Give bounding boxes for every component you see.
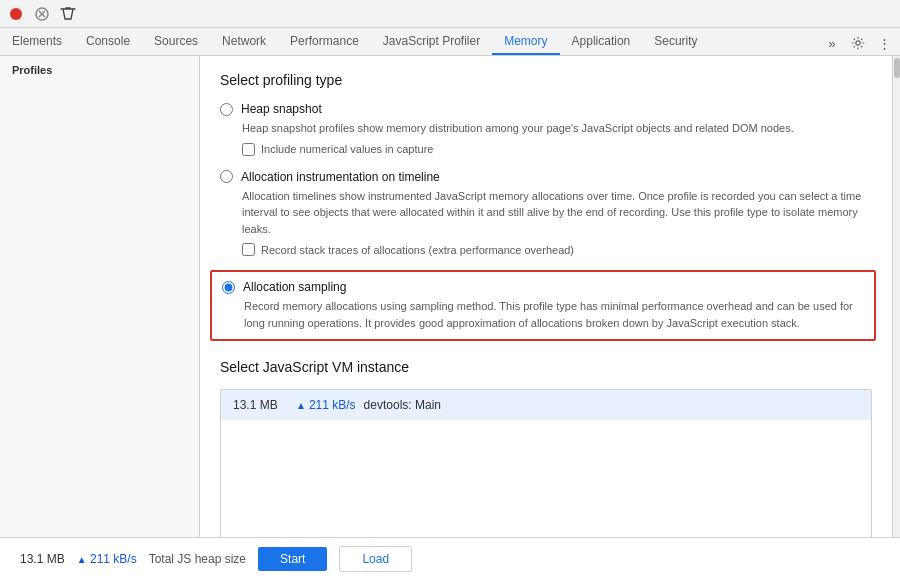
heap-snapshot-header: Heap snapshot xyxy=(220,102,872,116)
tab-console[interactable]: Console xyxy=(74,28,142,55)
include-numerical-label[interactable]: Include numerical values in capture xyxy=(261,143,433,155)
heap-snapshot-option: Heap snapshot Heap snapshot profiles sho… xyxy=(220,102,872,156)
sidebar-profiles-title: Profiles xyxy=(0,56,199,84)
allocation-sampling-desc: Record memory allocations using sampling… xyxy=(244,298,864,331)
allocation-sampling-radio[interactable] xyxy=(222,281,235,294)
scrollbar-thumb[interactable] xyxy=(894,58,900,78)
allocation-instrumentation-label[interactable]: Allocation instrumentation on timeline xyxy=(241,170,440,184)
allocation-instrumentation-header: Allocation instrumentation on timeline xyxy=(220,170,872,184)
tab-sources[interactable]: Sources xyxy=(142,28,210,55)
vm-rate-value: 211 kB/s xyxy=(309,398,356,412)
allocation-sampling-option: Allocation sampling Record memory alloca… xyxy=(210,270,876,341)
tab-application[interactable]: Application xyxy=(560,28,643,55)
tabs-right: » ⋮ xyxy=(820,31,900,55)
heap-snapshot-radio[interactable] xyxy=(220,103,233,116)
allocation-sampling-header: Allocation sampling xyxy=(222,280,864,294)
footer-rate: 211 kB/s xyxy=(90,552,137,566)
vm-name: devtools: Main xyxy=(364,398,441,412)
vm-rate: ▲ 211 kB/s xyxy=(296,398,356,412)
heap-snapshot-desc: Heap snapshot profiles show memory distr… xyxy=(242,120,872,137)
more-tabs-button[interactable]: » xyxy=(820,31,844,55)
heap-snapshot-checkbox-row: Include numerical values in capture xyxy=(242,143,872,156)
record-button[interactable] xyxy=(4,2,28,26)
stop-button[interactable] xyxy=(30,2,54,26)
tab-security[interactable]: Security xyxy=(642,28,709,55)
settings-button[interactable] xyxy=(846,31,870,55)
include-numerical-checkbox[interactable] xyxy=(242,143,255,156)
vm-instance-title: Select JavaScript VM instance xyxy=(220,359,872,375)
heap-snapshot-label[interactable]: Heap snapshot xyxy=(241,102,322,116)
vm-instance-row[interactable]: 13.1 MB ▲ 211 kB/s devtools: Main xyxy=(221,390,871,420)
profiling-type-title: Select profiling type xyxy=(220,72,872,88)
tab-performance[interactable]: Performance xyxy=(278,28,371,55)
vm-instance-empty-space xyxy=(221,420,871,537)
sidebar: Profiles xyxy=(0,56,200,537)
allocation-instrumentation-option: Allocation instrumentation on timeline A… xyxy=(220,170,872,257)
footer-rate-container: ▲ 211 kB/s xyxy=(77,552,137,566)
footer-rate-icon: ▲ xyxy=(77,554,87,565)
footer-label: Total JS heap size xyxy=(149,552,246,566)
allocation-instrumentation-radio[interactable] xyxy=(220,170,233,183)
clear-button[interactable] xyxy=(56,2,80,26)
more-options-button[interactable]: ⋮ xyxy=(872,31,896,55)
tab-javascript-profiler[interactable]: JavaScript Profiler xyxy=(371,28,492,55)
start-button[interactable]: Start xyxy=(258,547,327,571)
tab-network[interactable]: Network xyxy=(210,28,278,55)
load-button[interactable]: Load xyxy=(339,546,412,572)
vm-rate-icon: ▲ xyxy=(296,400,306,411)
allocation-sampling-label[interactable]: Allocation sampling xyxy=(243,280,346,294)
main-layout: Profiles Select profiling type Heap snap… xyxy=(0,56,900,537)
svg-point-4 xyxy=(856,41,860,45)
allocation-instrumentation-desc: Allocation timelines show instrumented J… xyxy=(242,188,872,238)
content-area: Select profiling type Heap snapshot Heap… xyxy=(200,56,892,537)
scrollbar[interactable] xyxy=(892,56,900,537)
top-toolbar xyxy=(0,0,900,28)
tab-memory[interactable]: Memory xyxy=(492,28,559,55)
tabs-bar: Elements Console Sources Network Perform… xyxy=(0,28,900,56)
record-stack-label[interactable]: Record stack traces of allocations (extr… xyxy=(261,244,574,256)
vm-size: 13.1 MB xyxy=(233,398,288,412)
record-stack-checkbox[interactable] xyxy=(242,243,255,256)
svg-point-0 xyxy=(10,8,22,20)
record-stack-traces-checkbox-row: Record stack traces of allocations (extr… xyxy=(242,243,872,256)
vm-instance-section: Select JavaScript VM instance 13.1 MB ▲ … xyxy=(220,359,872,537)
vm-instance-box: 13.1 MB ▲ 211 kB/s devtools: Main xyxy=(220,389,872,537)
footer: 13.1 MB ▲ 211 kB/s Total JS heap size St… xyxy=(0,537,900,580)
footer-size: 13.1 MB xyxy=(20,552,65,566)
tab-elements[interactable]: Elements xyxy=(0,28,74,55)
